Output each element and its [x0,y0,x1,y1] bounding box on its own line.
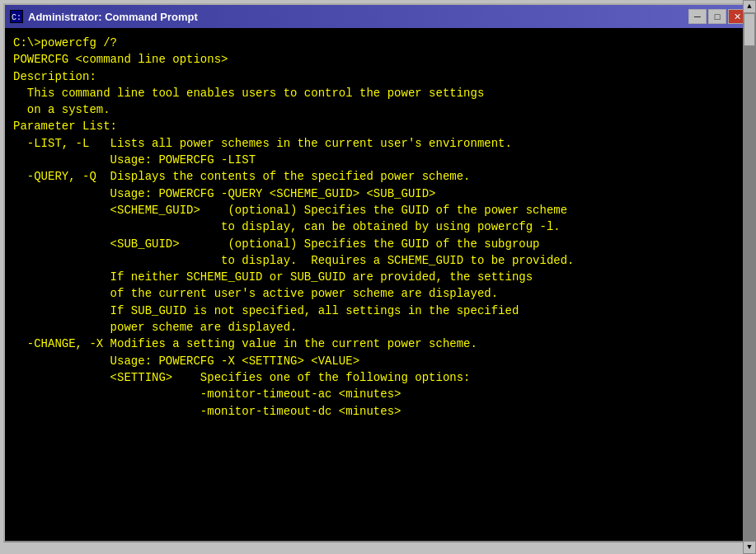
console-line: to display, can be obtained by using pow… [13,218,743,235]
console-line: POWERCFG <command line options> [13,51,743,68]
console-line: C:\>powercfg /? [13,35,743,51]
console-line: -monitor-timeout-dc <minutes> [13,403,743,420]
console-line: -LIST, -L Lists all power schemes in the… [13,135,743,152]
console-line: to display. Requires a SCHEME_GUID to be… [13,252,743,269]
console-line: If neither SCHEME_GUID or SUB_GUID are p… [13,269,743,285]
title-bar-left: C: Administrator: Command Prompt [10,10,198,23]
console-output: C:\>powercfg /?POWERCFG <command line op… [5,28,751,541]
scrollbar-track[interactable] [743,28,751,541]
cmd-icon: C: [10,10,23,23]
scrollbar[interactable]: ▲ ▼ [743,28,751,541]
console-line: <SETTING> Specifies one of the following… [13,369,743,386]
console-line: -CHANGE, -X Modifies a setting value in … [13,336,743,352]
console-line: Usage: POWERCFG -LIST [13,152,743,168]
console-line: power scheme are displayed. [13,319,743,336]
console-line: Parameter List: [13,118,743,134]
console-line: -QUERY, -Q Displays the contents of the … [13,168,743,185]
console-line: <SCHEME_GUID> (optional) Specifies the G… [13,202,743,218]
console-line: <SUB_GUID> (optional) Specifies the GUID… [13,236,743,252]
console-line: -monitor-timeout-ac <minutes> [13,386,743,402]
scrollbar-thumb[interactable] [744,28,751,46]
title-buttons: ─ □ ✕ [688,9,746,24]
console-line: Description: [13,68,743,85]
console-line: of the current user's active power schem… [13,285,743,302]
svg-text:C:: C: [12,13,21,22]
console-line: Usage: POWERCFG -QUERY <SCHEME_GUID> <SU… [13,185,743,202]
minimize-button[interactable]: ─ [688,9,707,24]
console-line: If SUB_GUID is not specified, all settin… [13,303,743,319]
window-title: Administrator: Command Prompt [28,11,198,23]
console-line: This command line tool enables users to … [13,85,743,101]
console-line: on a system. [13,101,743,118]
maximize-button[interactable]: □ [708,9,726,24]
title-bar: C: Administrator: Command Prompt ─ □ ✕ [5,5,751,28]
console-line: Usage: POWERCFG -X <SETTING> <VALUE> [13,353,743,369]
command-prompt-window: C: Administrator: Command Prompt ─ □ ✕ C… [3,3,753,542]
